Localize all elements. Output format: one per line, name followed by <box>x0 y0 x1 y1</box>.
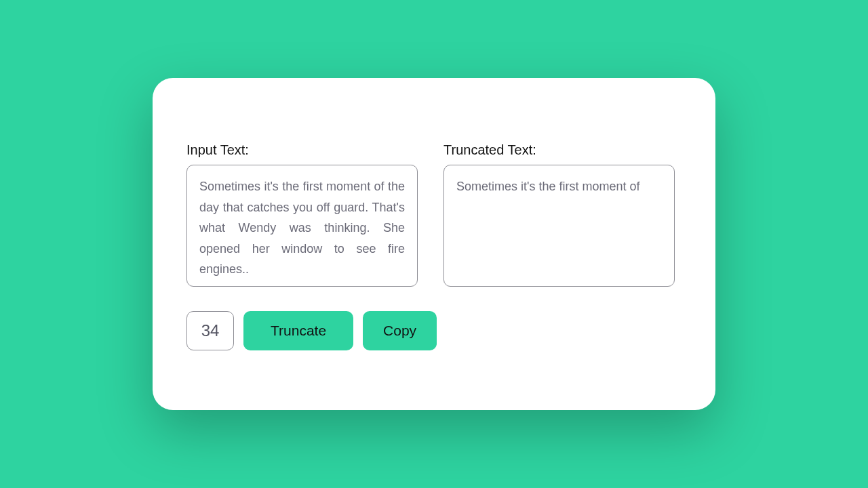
input-textarea[interactable]: Sometimes it's the first moment of the d… <box>186 165 418 287</box>
output-textarea: Sometimes it's the first moment of <box>443 165 675 287</box>
columns-container: Input Text: Sometimes it's the first mom… <box>186 142 675 287</box>
truncate-card: Input Text: Sometimes it's the first mom… <box>153 78 715 410</box>
truncate-button[interactable]: Truncate <box>243 311 353 350</box>
input-column: Input Text: Sometimes it's the first mom… <box>186 142 418 287</box>
controls-row: Truncate Copy <box>186 311 675 350</box>
input-label: Input Text: <box>186 142 418 158</box>
length-input[interactable] <box>186 311 234 350</box>
output-label: Truncated Text: <box>443 142 675 158</box>
copy-button[interactable]: Copy <box>363 311 437 350</box>
output-column: Truncated Text: Sometimes it's the first… <box>443 142 675 287</box>
